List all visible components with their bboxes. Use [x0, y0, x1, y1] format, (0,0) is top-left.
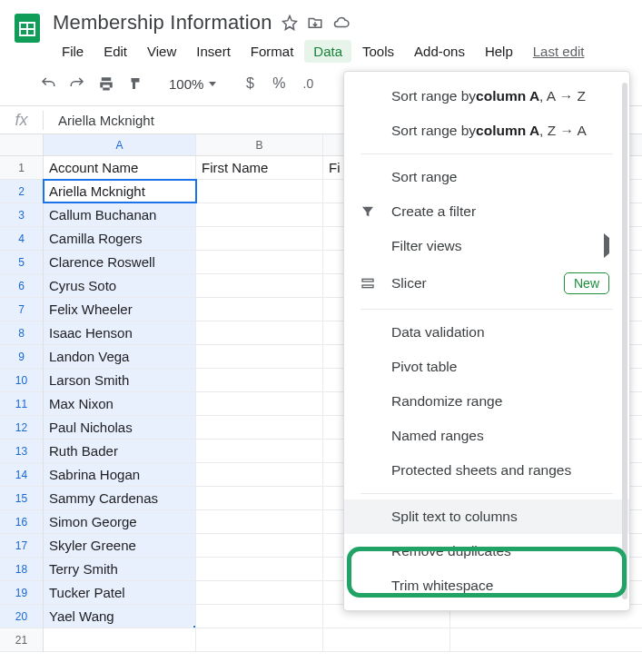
menu-trim-whitespace[interactable]: Trim whitespace [344, 568, 629, 603]
menu-remove-duplicates[interactable]: Remove duplicates [344, 534, 629, 568]
cloud-icon[interactable] [332, 15, 351, 31]
menu-scrollbar[interactable] [622, 83, 627, 599]
row-header[interactable]: 8 [0, 321, 43, 345]
row-header[interactable]: 10 [0, 369, 43, 392]
row-header[interactable]: 17 [0, 534, 43, 558]
row-header[interactable]: 16 [0, 510, 43, 534]
cell[interactable] [196, 251, 323, 273]
col-header-b[interactable]: B [196, 134, 323, 155]
cell[interactable]: Account Name [44, 156, 196, 179]
cell[interactable] [196, 369, 323, 391]
cell[interactable]: First Name [196, 156, 323, 179]
undo-button[interactable] [36, 72, 60, 95]
cell[interactable] [196, 227, 323, 250]
cell[interactable]: Max Nixon [44, 392, 196, 415]
zoom-select[interactable]: 100% [169, 76, 216, 92]
row-header[interactable]: 5 [0, 251, 43, 274]
cell[interactable] [196, 321, 323, 344]
document-title[interactable]: Membership Information [53, 11, 272, 35]
cell[interactable] [196, 416, 323, 439]
row-header[interactable]: 18 [0, 558, 43, 581]
paint-format-button[interactable] [123, 72, 147, 95]
cell[interactable] [196, 440, 323, 462]
menu-addons[interactable]: Add-ons [405, 40, 474, 63]
menu-randomize[interactable]: Randomize range [344, 384, 629, 419]
cell[interactable] [323, 628, 450, 651]
menu-sort-za[interactable]: Sort range by column A, Z → A [344, 114, 629, 148]
row-header[interactable]: 20 [0, 605, 43, 628]
row-header[interactable]: 15 [0, 487, 43, 510]
row-header[interactable]: 3 [0, 203, 43, 227]
formula-input[interactable]: Ariella Mcknight [44, 113, 154, 128]
cell[interactable] [196, 605, 323, 628]
cell[interactable] [196, 558, 323, 580]
cell[interactable] [196, 180, 323, 203]
menu-named-ranges[interactable]: Named ranges [344, 419, 629, 453]
menu-sort-az[interactable]: Sort range by column A, A → Z [344, 79, 629, 114]
cell[interactable]: Landon Vega [44, 345, 196, 368]
col-header-a[interactable]: A [44, 134, 196, 155]
row-header[interactable]: 11 [0, 392, 43, 416]
cell[interactable]: Paul Nicholas [44, 416, 196, 439]
cell[interactable]: Cyrus Soto [44, 274, 196, 297]
cell[interactable]: Camilla Rogers [44, 227, 196, 250]
menu-create-filter[interactable]: Create a filter [344, 194, 629, 229]
menu-insert[interactable]: Insert [187, 40, 240, 63]
menu-data[interactable]: Data [304, 40, 351, 63]
cell[interactable]: Sammy Cardenas [44, 487, 196, 509]
menu-data-validation[interactable]: Data validation [344, 315, 629, 350]
menu-split-text-to-columns[interactable]: Split text to columns [344, 499, 629, 534]
cell[interactable] [196, 274, 323, 297]
cell[interactable] [196, 392, 323, 415]
row-header[interactable]: 2 [0, 180, 43, 203]
row-header[interactable]: 13 [0, 440, 43, 463]
cell[interactable]: Callum Buchanan [44, 203, 196, 226]
cell[interactable]: Felix Wheeler [44, 298, 196, 321]
cell[interactable]: Larson Smith [44, 369, 196, 391]
cell[interactable] [44, 628, 196, 651]
star-icon[interactable] [281, 15, 298, 31]
print-button[interactable] [94, 72, 118, 95]
cell[interactable]: Yael Wang [44, 605, 196, 628]
cell[interactable]: Tucker Patel [44, 581, 196, 604]
cell[interactable] [196, 510, 323, 533]
cell[interactable]: Skyler Greene [44, 534, 196, 557]
cell[interactable]: Clarence Roswell [44, 251, 196, 273]
cell[interactable]: Terry Smith [44, 558, 196, 580]
row-header[interactable]: 7 [0, 298, 43, 321]
cell[interactable]: Ruth Bader [44, 440, 196, 462]
cell[interactable] [196, 581, 323, 604]
cell[interactable]: Isaac Henson [44, 321, 196, 344]
row-header[interactable]: 4 [0, 227, 43, 251]
menu-edit[interactable]: Edit [94, 40, 136, 63]
cell[interactable] [196, 463, 323, 486]
cell[interactable] [196, 345, 323, 368]
move-icon[interactable] [307, 15, 323, 31]
menu-view[interactable]: View [138, 40, 185, 63]
menu-pivot-table[interactable]: Pivot table [344, 350, 629, 384]
menu-filter-views[interactable]: Filter views [344, 229, 629, 263]
row-header[interactable]: 6 [0, 274, 43, 298]
currency-button[interactable]: $ [238, 72, 262, 95]
cell[interactable] [196, 628, 323, 651]
row-header[interactable]: 1 [0, 156, 43, 180]
cell[interactable]: Sabrina Hogan [44, 463, 196, 486]
last-edit-link[interactable]: Last edit [533, 44, 585, 59]
menu-format[interactable]: Format [242, 40, 303, 63]
menu-tools[interactable]: Tools [353, 40, 403, 63]
cell[interactable] [196, 203, 323, 226]
sheets-logo[interactable] [11, 7, 44, 49]
row-header[interactable]: 19 [0, 581, 43, 605]
redo-button[interactable] [65, 72, 89, 95]
menu-protected-ranges[interactable]: Protected sheets and ranges [344, 453, 629, 488]
menu-sort-range[interactable]: Sort range [344, 160, 629, 194]
select-all-corner[interactable] [0, 134, 44, 156]
menu-slicer[interactable]: Slicer New [344, 263, 629, 303]
row-header[interactable]: 9 [0, 345, 43, 369]
cell[interactable]: Ariella Mcknight [44, 180, 196, 203]
menu-help[interactable]: Help [476, 40, 522, 63]
menu-file[interactable]: File [53, 40, 93, 63]
cell[interactable] [196, 487, 323, 509]
cell[interactable] [196, 298, 323, 321]
cell[interactable]: Simon George [44, 510, 196, 533]
